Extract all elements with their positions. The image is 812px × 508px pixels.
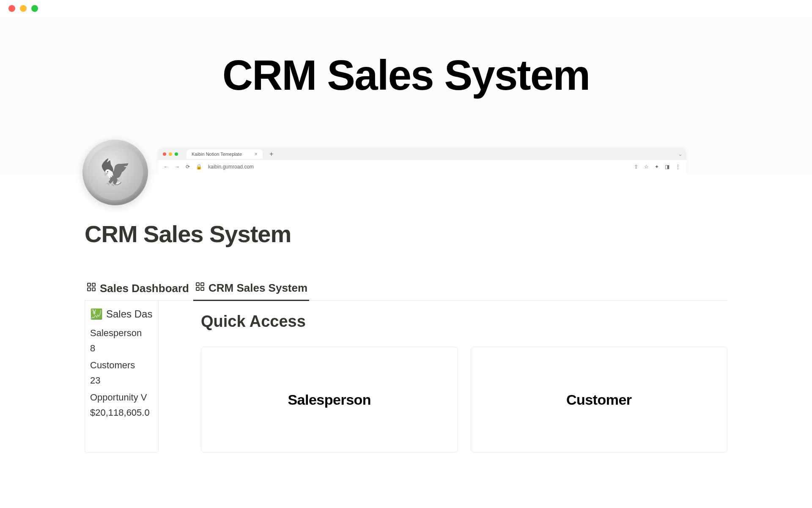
tab-label: Sales Dashboard	[100, 282, 189, 295]
close-window-button[interactable]	[8, 5, 15, 12]
minimize-window-button[interactable]	[20, 5, 27, 12]
stat-value-opportunity: $20,118,605.0	[90, 407, 153, 418]
page-icon-coin[interactable]: 🦅	[82, 140, 148, 205]
chart-increasing-icon: 💹	[90, 308, 103, 320]
browser-tab-title: Kaibin Notion Temeplate	[192, 152, 242, 157]
sales-dashboard-card[interactable]: 💹 Sales Das Salesperson 8 Customers 23 O…	[85, 301, 159, 453]
stat-value-customers: 23	[90, 375, 153, 386]
tab-crm-sales-system[interactable]: CRM Sales System	[193, 278, 309, 301]
grid-icon	[86, 282, 96, 295]
star-icon: ☆	[644, 164, 649, 170]
browser-tab: Kaibin Notion Temeplate ×	[187, 149, 263, 159]
mock-maximize-icon	[175, 152, 178, 156]
sidebar-heading-text: Sales Das	[106, 308, 152, 320]
svg-rect-5	[201, 283, 204, 286]
stat-value-salesperson: 8	[90, 343, 153, 354]
grid-icon	[195, 282, 205, 295]
page-title: CRM Sales System	[85, 220, 727, 248]
tabs-dropdown-icon: ⌄	[678, 152, 682, 157]
svg-rect-3	[92, 288, 95, 291]
browser-tab-strip: Kaibin Notion Temeplate × + ⌄	[158, 148, 686, 160]
stat-label-salesperson: Salesperson	[90, 328, 153, 339]
card-title: Customer	[566, 392, 632, 408]
svg-rect-0	[88, 283, 91, 286]
sidebar-heading: 💹 Sales Das	[90, 308, 153, 320]
lock-icon: 🔒	[196, 164, 202, 170]
browser-url: kaibin.gumroad.com	[208, 164, 254, 170]
svg-rect-2	[88, 288, 91, 291]
reload-icon: ⟳	[186, 164, 190, 170]
tab-sales-dashboard[interactable]: Sales Dashboard	[85, 278, 191, 300]
forward-icon: →	[175, 164, 180, 170]
stat-label-opportunity: Opportunity V	[90, 392, 153, 403]
tab-label: CRM Sales System	[208, 282, 307, 295]
quick-access-customer[interactable]: Customer	[471, 347, 728, 453]
maximize-window-button[interactable]	[31, 5, 38, 12]
back-icon: ←	[164, 164, 169, 170]
eagle-icon: 🦅	[99, 157, 131, 188]
svg-rect-4	[196, 283, 199, 286]
sidebar-icon: ◨	[665, 164, 669, 170]
quick-access-cards: Salesperson Customer	[201, 347, 727, 453]
quick-access-salesperson[interactable]: Salesperson	[201, 347, 458, 453]
share-icon: ⇪	[634, 164, 638, 170]
stat-label-customers: Customers	[90, 360, 153, 371]
mock-minimize-icon	[169, 152, 172, 156]
hero-title: CRM Sales System	[0, 17, 812, 99]
menu-icon: ⋮	[675, 164, 680, 170]
card-title: Salesperson	[288, 392, 371, 408]
browser-mockup: Kaibin Notion Temeplate × + ⌄ ← → ⟳ 🔒 ka…	[158, 148, 686, 174]
tab-close-icon: ×	[255, 151, 258, 157]
mock-close-icon	[163, 152, 166, 156]
view-tabs: Sales Dashboard CRM Sales System	[85, 278, 727, 301]
browser-address-bar: ← → ⟳ 🔒 kaibin.gumroad.com ⇪ ☆ ✦ ◨ ⋮	[158, 160, 686, 174]
extension-icon: ✦	[655, 164, 659, 170]
svg-rect-7	[201, 287, 204, 290]
svg-rect-6	[196, 287, 199, 290]
window-traffic-lights	[0, 0, 812, 17]
new-tab-icon: +	[269, 150, 273, 158]
quick-access-heading: Quick Access	[201, 312, 727, 331]
svg-rect-1	[92, 283, 95, 286]
